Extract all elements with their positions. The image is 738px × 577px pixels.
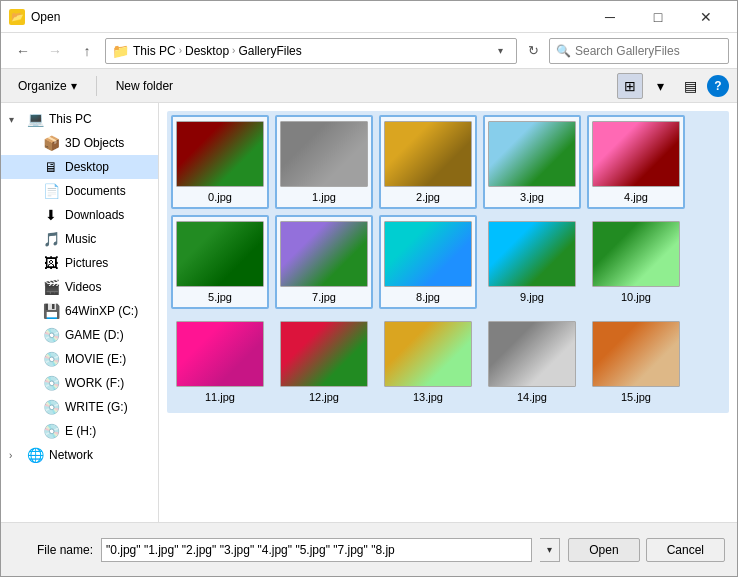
sidebar-icon-network: 🌐 [27, 447, 43, 463]
sidebar-item-64winxp[interactable]: 💾64WinXP (C:) [1, 299, 158, 323]
sidebar-icon-64winxp: 💾 [43, 303, 59, 319]
address-bar[interactable]: 📁 This PC › Desktop › GalleryFiles ▾ [105, 38, 517, 64]
search-icon: 🔍 [556, 44, 571, 58]
file-item[interactable]: 7.jpg [275, 215, 373, 309]
file-grid: 0.jpg1.jpg2.jpg3.jpg4.jpg5.jpg7.jpg8.jpg… [167, 111, 729, 413]
filename-dropdown[interactable]: ▾ [540, 538, 560, 562]
up-button[interactable]: ↑ [73, 37, 101, 65]
filename-input[interactable] [101, 538, 532, 562]
sidebar-icon-work-f: 💿 [43, 375, 59, 391]
sidebar-item-pictures[interactable]: 🖼Pictures [1, 251, 158, 275]
filename-label: File name: [13, 543, 93, 557]
file-name: 1.jpg [312, 191, 336, 203]
file-name: 7.jpg [312, 291, 336, 303]
view-medium-button[interactable]: ⊞ [617, 73, 643, 99]
sidebar-item-network[interactable]: ›🌐Network [1, 443, 158, 467]
sidebar-item-work-f[interactable]: 💿WORK (F:) [1, 371, 158, 395]
file-item[interactable]: 12.jpg [275, 315, 373, 409]
title-bar: 📂 Open ─ □ ✕ [1, 1, 737, 33]
close-button[interactable]: ✕ [683, 1, 729, 33]
open-button[interactable]: Open [568, 538, 639, 562]
organize-button[interactable]: Organize ▾ [9, 73, 86, 99]
sidebar-label-network: Network [49, 448, 93, 462]
file-name: 8.jpg [416, 291, 440, 303]
view-details-button[interactable]: ▤ [677, 73, 703, 99]
search-input[interactable] [575, 44, 725, 58]
file-name: 13.jpg [413, 391, 443, 403]
breadcrumb-thispc[interactable]: This PC [133, 44, 176, 58]
file-item[interactable]: 2.jpg [379, 115, 477, 209]
file-item[interactable]: 10.jpg [587, 215, 685, 309]
toolbar-right: ⊞ ▾ ▤ ? [617, 73, 729, 99]
file-item[interactable]: 13.jpg [379, 315, 477, 409]
sidebar-item-this-pc[interactable]: ▾💻This PC [1, 107, 158, 131]
sidebar-icon-downloads: ⬇ [43, 207, 59, 223]
cancel-button[interactable]: Cancel [646, 538, 725, 562]
file-name: 10.jpg [621, 291, 651, 303]
breadcrumb-desktop[interactable]: Desktop [185, 44, 229, 58]
sidebar-label-e-h: E (H:) [65, 424, 96, 438]
title-text: Open [31, 10, 587, 24]
sidebar-label-3d-objects: 3D Objects [65, 136, 124, 150]
sidebar-label-music: Music [65, 232, 96, 246]
open-dialog: 📂 Open ─ □ ✕ ← → ↑ 📁 This PC › Desktop ›… [0, 0, 738, 577]
file-item[interactable]: 1.jpg [275, 115, 373, 209]
file-name: 0.jpg [208, 191, 232, 203]
file-name: 5.jpg [208, 291, 232, 303]
sidebar-item-movie-e[interactable]: 💿MOVIE (E:) [1, 347, 158, 371]
maximize-button[interactable]: □ [635, 1, 681, 33]
address-dropdown-button[interactable]: ▾ [490, 40, 510, 62]
sidebar-item-music[interactable]: 🎵Music [1, 227, 158, 251]
sidebar-item-videos[interactable]: 🎬Videos [1, 275, 158, 299]
file-thumbnail [592, 221, 680, 287]
folder-icon: 📁 [112, 43, 129, 59]
back-button[interactable]: ← [9, 37, 37, 65]
sidebar-item-documents[interactable]: 📄Documents [1, 179, 158, 203]
sidebar-icon-desktop: 🖥 [43, 159, 59, 175]
new-folder-button[interactable]: New folder [107, 73, 182, 99]
help-button[interactable]: ? [707, 75, 729, 97]
minimize-button[interactable]: ─ [587, 1, 633, 33]
sidebar-item-e-h[interactable]: 💿E (H:) [1, 419, 158, 443]
breadcrumb-galleryfiles[interactable]: GalleryFiles [238, 44, 301, 58]
search-bar: 🔍 [549, 38, 729, 64]
file-item[interactable]: 14.jpg [483, 315, 581, 409]
toolbar-separator [96, 76, 97, 96]
sidebar-label-pictures: Pictures [65, 256, 108, 270]
sidebar-item-write-g[interactable]: 💿WRITE (G:) [1, 395, 158, 419]
file-item[interactable]: 5.jpg [171, 215, 269, 309]
refresh-button[interactable]: ↻ [521, 39, 545, 63]
sidebar-icon-movie-e: 💿 [43, 351, 59, 367]
file-item[interactable]: 0.jpg [171, 115, 269, 209]
sidebar-icon-music: 🎵 [43, 231, 59, 247]
sidebar-item-game-d[interactable]: 💿GAME (D:) [1, 323, 158, 347]
sidebar-icon-e-h: 💿 [43, 423, 59, 439]
sidebar-label-work-f: WORK (F:) [65, 376, 124, 390]
organize-chevron: ▾ [71, 79, 77, 93]
breadcrumb-sep1: › [179, 45, 182, 56]
sidebar-label-documents: Documents [65, 184, 126, 198]
file-item[interactable]: 3.jpg [483, 115, 581, 209]
file-grid-area: 0.jpg1.jpg2.jpg3.jpg4.jpg5.jpg7.jpg8.jpg… [159, 103, 737, 522]
forward-button[interactable]: → [41, 37, 69, 65]
sidebar-label-downloads: Downloads [65, 208, 124, 222]
file-item[interactable]: 11.jpg [171, 315, 269, 409]
file-thumbnail [488, 321, 576, 387]
file-item[interactable]: 4.jpg [587, 115, 685, 209]
file-thumbnail [176, 221, 264, 287]
file-thumbnail [176, 121, 264, 187]
file-item[interactable]: 15.jpg [587, 315, 685, 409]
view-dropdown-button[interactable]: ▾ [647, 73, 673, 99]
sidebar-icon-documents: 📄 [43, 183, 59, 199]
sidebar-item-downloads[interactable]: ⬇Downloads [1, 203, 158, 227]
sidebar-label-write-g: WRITE (G:) [65, 400, 128, 414]
file-item[interactable]: 8.jpg [379, 215, 477, 309]
organize-label: Organize [18, 79, 67, 93]
action-buttons: Open Cancel [568, 538, 725, 562]
sidebar-item-3d-objects[interactable]: 📦3D Objects [1, 131, 158, 155]
sidebar-label-movie-e: MOVIE (E:) [65, 352, 126, 366]
file-item[interactable]: 9.jpg [483, 215, 581, 309]
sidebar-item-desktop[interactable]: 🖥Desktop [1, 155, 158, 179]
file-name: 15.jpg [621, 391, 651, 403]
file-name: 4.jpg [624, 191, 648, 203]
